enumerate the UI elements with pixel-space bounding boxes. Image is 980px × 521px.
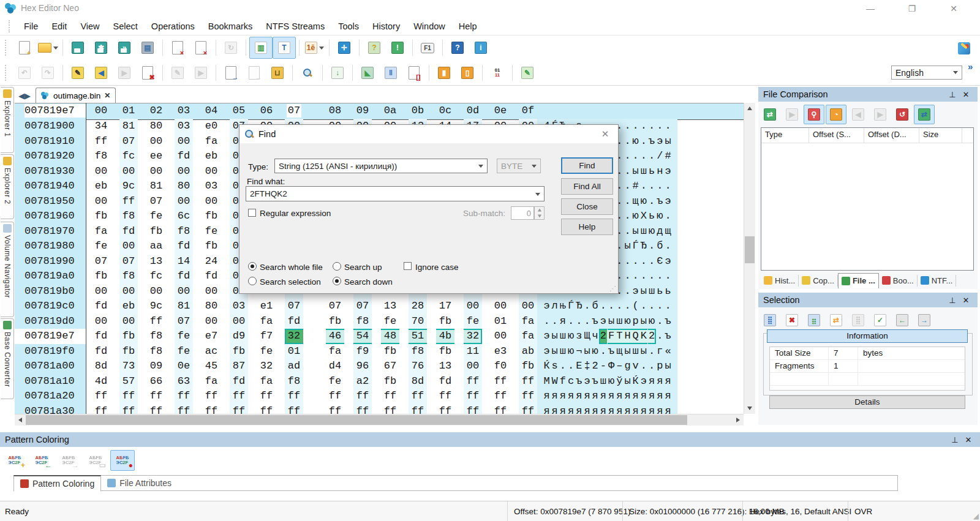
text-char-cell[interactable]: ш xyxy=(631,344,639,359)
language-select[interactable]: English xyxy=(891,66,962,80)
text-char-cell[interactable]: . xyxy=(624,179,631,194)
hex-byte-cell[interactable]: 32 xyxy=(464,329,482,344)
text-char-cell[interactable]: ъ xyxy=(575,374,583,389)
add-pattern-button[interactable]: AБFБЭС2F+ xyxy=(2,450,27,471)
text-char-cell[interactable]: э xyxy=(639,374,647,389)
hex-byte-cell[interactable]: fc xyxy=(147,269,165,284)
hex-byte-cell[interactable]: ff xyxy=(491,404,510,414)
hex-byte-cell[interactable]: ff xyxy=(491,389,510,404)
scroll-left-icon[interactable] xyxy=(15,414,26,425)
text-char-cell[interactable]: ( xyxy=(631,299,639,314)
text-char-cell[interactable]: я xyxy=(583,389,591,404)
hex-byte-cell[interactable]: fb xyxy=(202,239,221,254)
text-char-cell[interactable]: T xyxy=(616,329,624,344)
hex-byte-cell[interactable]: fd xyxy=(119,224,138,239)
text-char-cell[interactable]: s xyxy=(551,359,559,374)
text-char-cell[interactable]: . xyxy=(624,254,631,269)
hex-byte-cell[interactable]: ff xyxy=(175,404,193,414)
hex-byte-cell[interactable]: 00 xyxy=(491,329,510,344)
undo-button[interactable]: ↶ xyxy=(13,62,36,84)
hex-byte-cell[interactable]: f8 xyxy=(285,374,303,389)
text-char-cell[interactable]: я xyxy=(567,389,575,404)
text-char-cell[interactable]: 2 xyxy=(648,329,656,344)
text-char-cell[interactable]: Ќ xyxy=(543,359,551,374)
text-char-cell[interactable]: я xyxy=(664,374,672,389)
text-char-cell[interactable]: ю xyxy=(567,344,575,359)
text-char-cell[interactable]: . xyxy=(664,179,672,194)
text-char-cell[interactable]: э xyxy=(543,344,551,359)
regular-expression-checkbox[interactable] xyxy=(248,209,256,217)
hex-byte-cell[interactable]: fd xyxy=(92,344,110,359)
text-char-cell[interactable]: # xyxy=(664,149,672,164)
text-char-cell[interactable]: . xyxy=(656,329,664,344)
hex-byte-cell[interactable]: fb xyxy=(230,344,248,359)
text-char-cell[interactable]: ‡ xyxy=(583,359,591,374)
text-char-cell[interactable]: д xyxy=(656,224,664,239)
menu-item-history[interactable]: History xyxy=(366,19,407,34)
text-char-cell[interactable]: . xyxy=(631,269,639,284)
clipboard-export-button[interactable]: ▶ xyxy=(189,62,213,84)
text-char-cell[interactable]: ю xyxy=(648,224,656,239)
hex-byte-cell[interactable]: 24 xyxy=(202,254,221,269)
measure-button[interactable]: ⊔ xyxy=(266,62,289,84)
hex-byte-cell[interactable]: f8 xyxy=(353,314,372,329)
pane-hex-view-button[interactable]: ▥ xyxy=(249,37,273,59)
menu-item-select[interactable]: Select xyxy=(107,19,145,34)
hex-byte-cell[interactable]: fa xyxy=(202,374,221,389)
hex-byte-cell[interactable]: 00 xyxy=(119,164,138,179)
hex-byte-cell[interactable]: 11 xyxy=(464,344,482,359)
text-char-cell[interactable]: . xyxy=(664,119,672,134)
hex-byte-cell[interactable]: fe xyxy=(464,314,482,329)
hex-byte-cell[interactable]: fd xyxy=(175,149,193,164)
text-char-cell[interactable]: . xyxy=(624,299,631,314)
hex-byte-cell[interactable]: 00 xyxy=(92,284,110,299)
text-char-cell[interactable]: я xyxy=(656,404,664,414)
text-char-cell[interactable]: . xyxy=(656,314,664,329)
text-char-cell[interactable]: . xyxy=(567,359,575,374)
hex-byte-cell[interactable]: 00 xyxy=(519,299,537,314)
text-char-cell[interactable]: я xyxy=(599,389,607,404)
hex-byte-cell[interactable]: 6c xyxy=(175,209,193,224)
tool-tab-boo[interactable]: Boo... xyxy=(879,275,918,287)
menu-item-window[interactable]: Window xyxy=(407,19,452,34)
paste-button[interactable]: ◀ xyxy=(89,62,113,84)
tab-close-icon[interactable]: ✕ xyxy=(104,91,110,100)
hex-byte-cell[interactable]: 00 xyxy=(175,194,193,209)
menu-item-view[interactable]: View xyxy=(74,19,106,34)
text-char-cell[interactable]: ю xyxy=(624,314,631,329)
hex-byte-cell[interactable]: 00 xyxy=(175,284,193,299)
text-char-cell[interactable]: . xyxy=(639,359,647,374)
hex-byte-cell[interactable]: ff xyxy=(119,194,138,209)
hex-byte-cell[interactable]: ff xyxy=(119,404,138,414)
hex-byte-cell[interactable]: 07 xyxy=(119,134,138,149)
tool-tab-file[interactable]: File ... xyxy=(838,273,879,288)
hex-byte-cell[interactable]: 4d xyxy=(92,374,110,389)
text-char-cell[interactable]: я xyxy=(575,389,583,404)
text-char-cell[interactable]: ъ xyxy=(608,344,616,359)
text-char-cell[interactable]: ш xyxy=(599,374,607,389)
text-char-cell[interactable]: / xyxy=(656,149,664,164)
window-resize-grip[interactable]: ◢ xyxy=(973,512,979,520)
text-char-cell[interactable]: ю xyxy=(631,209,639,224)
hex-byte-cell[interactable]: 13 xyxy=(381,299,399,314)
menu-item-tools[interactable]: Tools xyxy=(331,19,366,34)
hex-byte-cell[interactable]: 00 xyxy=(175,164,193,179)
text-char-cell[interactable]: я xyxy=(664,389,672,404)
hex-byte-cell[interactable]: 32 xyxy=(285,329,303,344)
hex-byte-cell[interactable]: fa xyxy=(92,224,110,239)
hex-byte-cell[interactable]: fe xyxy=(257,344,276,359)
import-document-button[interactable]: → xyxy=(243,62,266,84)
text-char-cell[interactable]: . xyxy=(567,314,575,329)
text-char-cell[interactable]: . xyxy=(624,269,631,284)
hex-byte-cell[interactable]: ff xyxy=(175,389,193,404)
text-char-cell[interactable]: . xyxy=(656,179,664,194)
horizontal-scrollbar[interactable] xyxy=(15,414,744,425)
apply-selection-button[interactable]: ✓ xyxy=(870,310,891,330)
hex-byte-cell[interactable]: fd xyxy=(285,314,303,329)
text-char-cell[interactable]: K xyxy=(639,329,647,344)
text-char-cell[interactable]: . xyxy=(639,134,647,149)
hex-byte-cell[interactable]: fe xyxy=(92,239,110,254)
hex-byte-cell[interactable]: 73 xyxy=(119,359,138,374)
hex-byte-cell[interactable]: ee xyxy=(147,149,165,164)
hex-byte-cell[interactable]: ff xyxy=(230,404,248,414)
